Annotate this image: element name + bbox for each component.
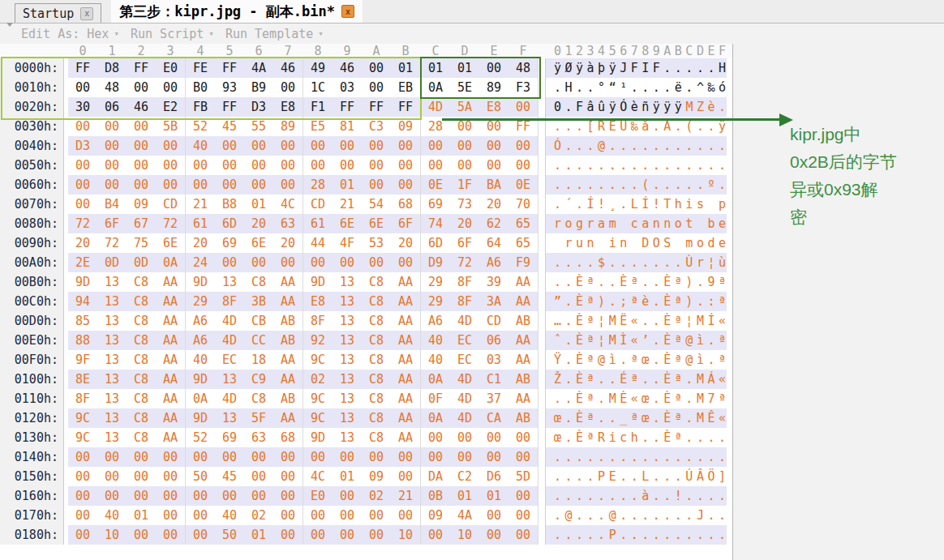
ascii-column[interactable]: ÿØÿàþÿJFIF.....H	[545, 58, 727, 78]
hex-byte[interactable]: CB	[244, 311, 273, 331]
hex-byte[interactable]: 00	[244, 136, 273, 156]
hex-byte[interactable]: AA	[508, 331, 538, 350]
hex-byte[interactable]: AA	[156, 408, 185, 428]
hex-byte[interactable]: 72	[97, 233, 127, 253]
hex-byte[interactable]: 00	[333, 506, 362, 525]
ascii-column[interactable]: Ž.Èª..Éª..Èª.MÁ«	[545, 370, 727, 389]
hex-byte[interactable]: 00	[362, 136, 391, 156]
hex-byte[interactable]: 10	[450, 525, 479, 545]
hex-byte[interactable]: 00	[508, 447, 538, 467]
hex-byte[interactable]: 8F	[215, 292, 244, 311]
hex-byte[interactable]: 01	[391, 58, 420, 78]
hex-byte[interactable]: AA	[391, 292, 420, 311]
hex-byte[interactable]: 00	[127, 525, 156, 545]
hex-byte[interactable]: 00	[508, 156, 538, 175]
hex-byte[interactable]: 20	[273, 233, 303, 253]
hex-byte[interactable]: 00	[186, 486, 215, 506]
hex-byte[interactable]: 13	[333, 331, 362, 350]
hex-byte[interactable]: 92	[303, 331, 333, 350]
hex-byte[interactable]: 20	[450, 214, 479, 233]
ascii-column[interactable]: 0.FâûÿÓèñÿÿÿMZè.	[545, 97, 727, 117]
collapse-toolbar-icon[interactable]	[6, 27, 13, 41]
hex-byte[interactable]: 00	[362, 78, 391, 97]
ascii-column[interactable]: ................	[545, 156, 727, 175]
hex-byte[interactable]: 40	[97, 506, 127, 525]
hex-byte[interactable]: 00	[97, 486, 127, 506]
hex-byte[interactable]: EB	[391, 78, 420, 97]
hex-byte[interactable]: 02	[303, 370, 333, 389]
ascii-column[interactable]: ..Èª.MÈ«œ.Èª.M7ª	[545, 389, 727, 408]
hex-byte[interactable]: 29	[186, 292, 215, 311]
hex-byte[interactable]: 9C	[68, 428, 97, 447]
hex-byte[interactable]: 00	[186, 506, 215, 525]
hex-byte[interactable]: 00	[362, 156, 391, 175]
hex-byte[interactable]: 00	[479, 136, 508, 156]
hex-byte[interactable]: AA	[508, 350, 538, 370]
hex-byte[interactable]: 00	[479, 525, 508, 545]
hex-byte[interactable]: 18	[244, 350, 273, 370]
hex-byte[interactable]: 52	[186, 428, 215, 447]
hex-byte[interactable]: C8	[362, 370, 391, 389]
hex-byte[interactable]: 40	[186, 350, 215, 370]
ascii-column[interactable]: œ.ÈªRich..Èª....	[545, 428, 727, 447]
hex-byte[interactable]: AB	[508, 370, 538, 389]
hex-byte[interactable]: C8	[362, 331, 391, 350]
hex-byte[interactable]: C9	[244, 370, 273, 389]
hex-byte[interactable]: 21	[391, 486, 420, 506]
hex-byte[interactable]: 89	[273, 117, 303, 136]
hex-byte[interactable]: A6	[186, 331, 215, 350]
hex-byte[interactable]: 00	[479, 506, 508, 525]
hex-byte[interactable]: 39	[479, 272, 508, 292]
ascii-column[interactable]: rogram cannot be	[545, 214, 727, 233]
hex-byte[interactable]: 02	[362, 486, 391, 506]
hex-byte[interactable]: F9	[508, 253, 538, 272]
hex-byte[interactable]: 00	[68, 117, 97, 136]
hex-byte[interactable]: 81	[333, 117, 362, 136]
hex-byte[interactable]: B4	[97, 195, 127, 214]
hex-byte[interactable]: 74	[421, 214, 450, 233]
hex-byte[interactable]: 54	[362, 195, 391, 214]
hex-byte[interactable]: 6D	[421, 233, 450, 253]
hex-byte[interactable]: 9D	[303, 272, 333, 292]
hex-byte[interactable]: 06	[479, 331, 508, 350]
hex-byte[interactable]: 00	[68, 447, 97, 467]
hex-byte[interactable]: 9C	[68, 408, 97, 428]
hex-byte[interactable]: 10	[97, 525, 127, 545]
hex-byte[interactable]: 00	[303, 447, 333, 467]
hex-byte[interactable]: E0	[303, 486, 333, 506]
hex-byte[interactable]: FF	[391, 97, 420, 117]
hex-byte[interactable]: 40	[215, 506, 244, 525]
hex-byte[interactable]: 00	[273, 175, 303, 195]
hex-byte[interactable]: 13	[97, 292, 127, 311]
hex-byte[interactable]: BA	[479, 175, 508, 195]
hex-byte[interactable]: 00	[68, 486, 97, 506]
hex-byte[interactable]: 00	[333, 447, 362, 467]
hex-byte[interactable]: 55	[244, 117, 273, 136]
hex-byte[interactable]: 00	[127, 78, 156, 97]
run-template-menu[interactable]: Run Template ▾	[225, 27, 324, 41]
hex-byte[interactable]: 13	[97, 408, 127, 428]
hex-byte[interactable]: 00	[156, 525, 185, 545]
hex-byte[interactable]: B8	[215, 195, 244, 214]
ascii-column[interactable]: run in DOS mode	[545, 233, 727, 253]
ascii-column[interactable]: ..Èª..Èª..Èª).9ª	[545, 272, 727, 292]
hex-byte[interactable]: 6E	[244, 233, 273, 253]
hex-byte[interactable]: AB	[273, 311, 303, 331]
hex-byte[interactable]: 00	[186, 447, 215, 467]
hex-byte[interactable]: 10	[391, 525, 420, 545]
hex-byte[interactable]: 21	[333, 195, 362, 214]
hex-byte[interactable]: 00	[333, 136, 362, 156]
hex-byte[interactable]: A6	[421, 311, 450, 331]
hex-byte[interactable]: 00	[97, 447, 127, 467]
close-tab-icon[interactable]: x	[80, 7, 93, 20]
hex-byte[interactable]: 00	[127, 117, 156, 136]
hex-byte[interactable]: 13	[333, 389, 362, 408]
ascii-column[interactable]: ....PE..L...ÚÂÖ]	[545, 467, 727, 486]
hex-byte[interactable]: FF	[508, 117, 538, 136]
hex-byte[interactable]: F1	[303, 97, 333, 117]
hex-byte[interactable]: 00	[156, 467, 185, 486]
hex-byte[interactable]: C2	[450, 467, 479, 486]
hex-byte[interactable]: 00	[508, 136, 538, 156]
hex-byte[interactable]: 13	[333, 311, 362, 331]
hex-byte[interactable]: 37	[479, 389, 508, 408]
